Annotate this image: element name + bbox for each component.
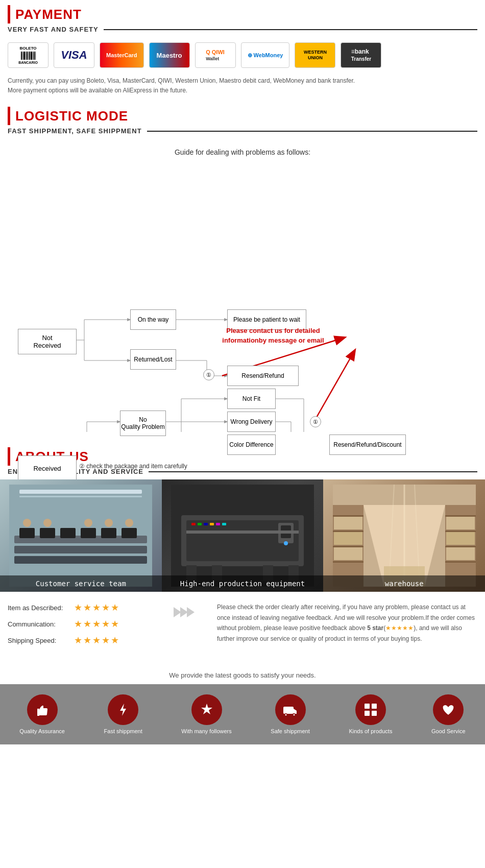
payment-note-line1: Currently, you can pay using Boleto, Vis…: [8, 76, 477, 86]
rating-stars-item: ★★★★★: [74, 602, 120, 613]
svg-point-48: [105, 519, 113, 527]
payment-subheader: VERY FAST AND SAFETY: [0, 26, 485, 37]
rating-communication: Communication: ★★★★★: [8, 618, 151, 630]
arrow-right-icon: [171, 602, 197, 622]
production-bg: [162, 479, 324, 592]
on-the-way-box: On the way: [130, 309, 176, 330]
not-received-box: Not Received: [18, 329, 77, 354]
logistic-section: LOGISTIC MODE FAST SHIPPMENT, SAFE SHIPP…: [0, 102, 485, 442]
wrong-delivery-label: Wrong Delivery: [231, 418, 273, 425]
cust-service-caption: Customer service team: [0, 575, 162, 592]
svg-rect-73: [334, 517, 362, 529]
payment-line: [104, 29, 477, 30]
star-svg: [199, 702, 215, 718]
returned-lost-label: Returned/Lost: [134, 356, 172, 363]
svg-rect-69: [333, 515, 363, 517]
warehouse-scene: [333, 485, 476, 587]
icon-safe-shippment: Safe shippment: [271, 694, 309, 734]
svg-rect-65: [216, 523, 220, 525]
photos-row: Customer service team: [0, 479, 485, 592]
flowchart: Not Received On the way Please be patien…: [8, 161, 477, 432]
svg-marker-89: [174, 607, 181, 617]
lightning-svg: [115, 702, 131, 718]
resend-refund-discount-label: Resend/Refund/Discount: [333, 441, 401, 448]
icon-quality-assurance: Quality Assurance: [19, 694, 65, 734]
on-the-way-label: On the way: [138, 316, 169, 323]
no-quality-label: No Quality Problem: [121, 416, 164, 430]
logistic-subtitle: FAST SHIPPMENT, SAFE SHIPPMENT: [8, 127, 142, 135]
payment-subtitle: VERY FAST AND SAFETY: [8, 26, 99, 33]
rating-item-as-described: Item as Described: ★★★★★: [8, 602, 151, 613]
svg-point-46: [43, 519, 52, 527]
maestro-logo: Maestro: [149, 42, 190, 68]
please-wait-label: Please be patient to wait: [233, 316, 300, 323]
svg-rect-83: [446, 547, 475, 560]
icons-row: Quality Assurance Fast shippment With ma…: [0, 694, 485, 734]
payment-title: PAYMENT: [15, 7, 82, 22]
svg-rect-41: [60, 528, 76, 538]
safe-ship-label: Safe shippment: [271, 728, 309, 734]
payment-section: PAYMENT VERY FAST AND SAFETY BOLETO BANC…: [0, 0, 485, 102]
followers-label: With many followers: [181, 728, 231, 734]
svg-marker-90: [180, 607, 188, 617]
ratings-section: Item as Described: ★★★★★ Communication: …: [0, 592, 485, 661]
svg-rect-37: [14, 546, 147, 553]
fast-ship-label: Fast shippment: [104, 728, 142, 734]
service-icon: [433, 694, 464, 725]
cust-service-bg: [0, 479, 162, 592]
rating-label-comm: Communication:: [8, 620, 74, 628]
not-fit-box: Not Fit: [227, 389, 276, 409]
svg-point-47: [84, 519, 92, 527]
products-icon: [355, 694, 386, 725]
svg-point-45: [23, 519, 31, 527]
svg-rect-71: [333, 546, 363, 547]
logistic-line: [147, 131, 477, 132]
payment-note-line2: More payment options will be available o…: [8, 86, 477, 95]
rating-label-ship: Shipping Speed:: [8, 637, 74, 644]
resend-refund-box: Resend/Refund: [227, 366, 299, 386]
svg-rect-72: [333, 561, 363, 563]
resend-refund-discount-box: Resend/Refund/Discount: [329, 435, 406, 455]
double-arrow-svg: [171, 602, 197, 622]
svg-rect-61: [191, 523, 196, 525]
svg-rect-70: [333, 531, 363, 532]
about-bar: [8, 447, 10, 466]
quality-label: Quality Assurance: [19, 728, 65, 734]
icon-good-service: Good Service: [431, 694, 466, 734]
svg-point-94: [285, 714, 286, 716]
svg-rect-82: [446, 532, 475, 545]
svg-rect-97: [365, 704, 370, 709]
mastercard-logo: MasterCard: [100, 42, 144, 68]
icon-fast-shippment: Fast shippment: [104, 694, 142, 734]
visa-logo: VISA: [54, 42, 94, 68]
payment-note: Currently, you can pay using Boleto, Vis…: [0, 73, 485, 102]
payment-header: PAYMENT: [0, 0, 485, 26]
western-logo: WESTERNUNION: [295, 42, 335, 68]
logistic-subheader: FAST SHIPPMENT, SAFE SHIPPMENT: [0, 127, 485, 139]
ratings-text: Please check the order clearly after rec…: [217, 604, 475, 642]
ratings-left: Item as Described: ★★★★★ Communication: …: [8, 602, 151, 651]
about-line: [149, 471, 477, 472]
svg-rect-42: [81, 528, 96, 538]
icon-followers: With many followers: [181, 694, 231, 734]
provide-text: We provide the latest goods to satisfy y…: [0, 661, 485, 684]
service-label: Good Service: [431, 728, 466, 734]
contact-us-text: Please contact us for detailed informati…: [207, 326, 340, 345]
svg-rect-79: [445, 546, 476, 547]
rating-stars-comm: ★★★★★: [74, 618, 120, 630]
rating-shipping: Shipping Speed: ★★★★★: [8, 635, 151, 646]
truck-svg: [282, 702, 299, 718]
svg-rect-44: [122, 528, 137, 538]
svg-rect-98: [372, 704, 377, 709]
bank-logo: ≡bankTransfer: [341, 42, 381, 68]
svg-rect-62: [198, 523, 202, 525]
svg-rect-40: [40, 528, 55, 538]
svg-rect-77: [445, 515, 476, 517]
received-box: Received: [18, 455, 77, 481]
color-diff-box: Color Difference: [227, 435, 276, 455]
bottom-icons: Quality Assurance Fast shippment With ma…: [0, 684, 485, 744]
grid-svg: [362, 702, 379, 718]
svg-rect-92: [283, 707, 294, 714]
resend-refund-label: Resend/Refund: [241, 372, 284, 379]
svg-rect-38: [14, 556, 147, 564]
